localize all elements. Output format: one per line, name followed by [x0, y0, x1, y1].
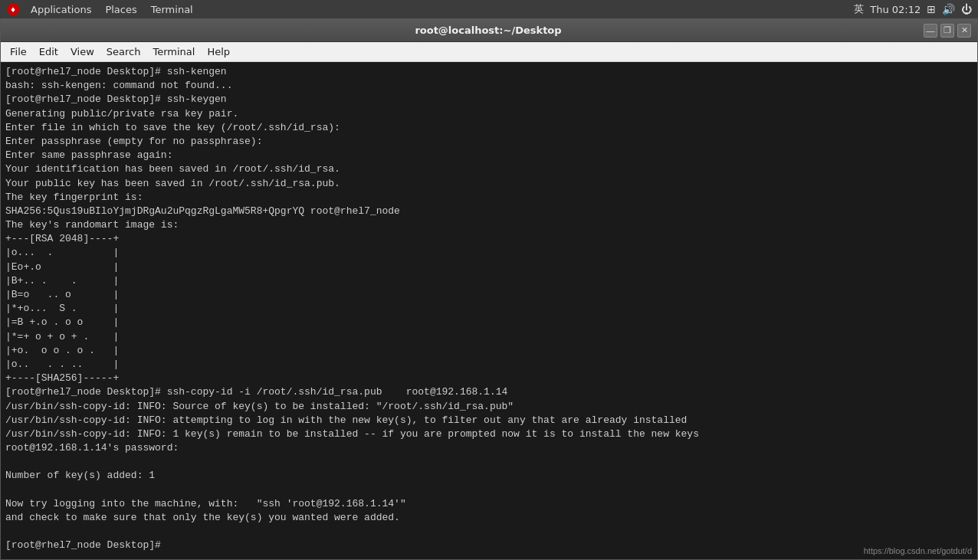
menu-search[interactable]: Search	[100, 44, 147, 59]
language-indicator: 英	[854, 2, 864, 16]
menu-terminal[interactable]: Terminal	[146, 44, 201, 59]
terminal-output: [root@rhel7_node Desktop]# ssh-kengen ba…	[5, 65, 973, 553]
terminal-body[interactable]: [root@rhel7_node Desktop]# ssh-kengen ba…	[1, 62, 977, 559]
power-icon[interactable]: ⏻	[961, 3, 972, 15]
menu-help[interactable]: Help	[201, 44, 236, 59]
menu-bar: File Edit View Search Terminal Help	[1, 42, 977, 62]
applications-menu[interactable]: Applications	[25, 2, 97, 17]
svg-text:♦: ♦	[10, 6, 16, 14]
system-bar: ♦ Applications Places Terminal 英 Thu 02:…	[0, 0, 978, 18]
volume-icon[interactable]: 🔊	[942, 3, 955, 15]
window-controls: — ❐ ✕	[924, 24, 971, 38]
network-icon[interactable]: ⊞	[927, 3, 936, 15]
close-button[interactable]: ✕	[957, 24, 971, 38]
redhat-logo-icon[interactable]: ♦	[6, 2, 20, 16]
watermark: https://blog.csdn.net/gotdut/d	[864, 546, 972, 555]
minimize-button[interactable]: —	[924, 24, 937, 38]
clock: Thu 02:12	[870, 4, 921, 15]
terminal-window: root@localhost:~/Desktop — ❐ ✕ File Edit…	[0, 18, 978, 560]
window-title: root@localhost:~/Desktop	[53, 25, 924, 36]
terminal-menu[interactable]: Terminal	[145, 2, 199, 17]
system-bar-left: ♦ Applications Places Terminal	[6, 2, 199, 17]
menu-edit[interactable]: Edit	[33, 44, 64, 59]
menu-file[interactable]: File	[4, 44, 33, 59]
system-bar-right: 英 Thu 02:12 ⊞ 🔊 ⏻	[854, 2, 972, 16]
menu-view[interactable]: View	[64, 44, 100, 59]
places-menu[interactable]: Places	[99, 2, 143, 17]
title-bar: root@localhost:~/Desktop — ❐ ✕	[1, 19, 977, 42]
maximize-button[interactable]: ❐	[940, 24, 954, 38]
